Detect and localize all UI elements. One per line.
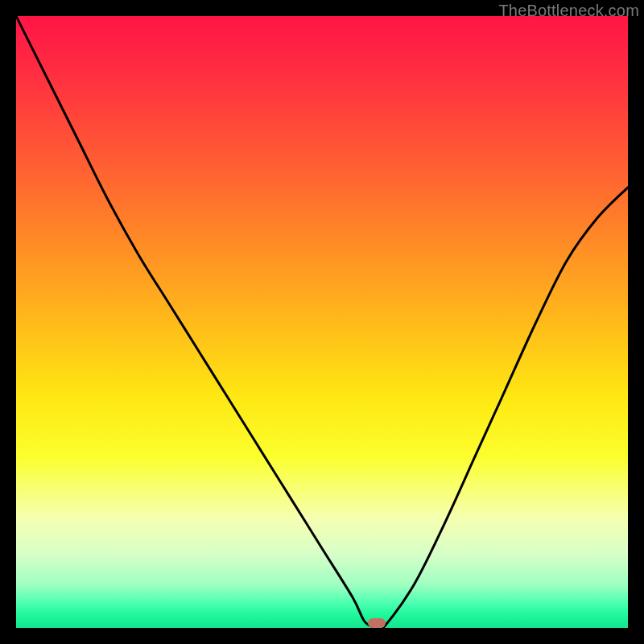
chart-frame: TheBottleneck.com bbox=[0, 0, 644, 644]
plot-area bbox=[16, 16, 628, 628]
bottleneck-curve bbox=[16, 16, 628, 628]
minimum-marker bbox=[368, 618, 386, 628]
watermark-text: TheBottleneck.com bbox=[498, 2, 639, 20]
